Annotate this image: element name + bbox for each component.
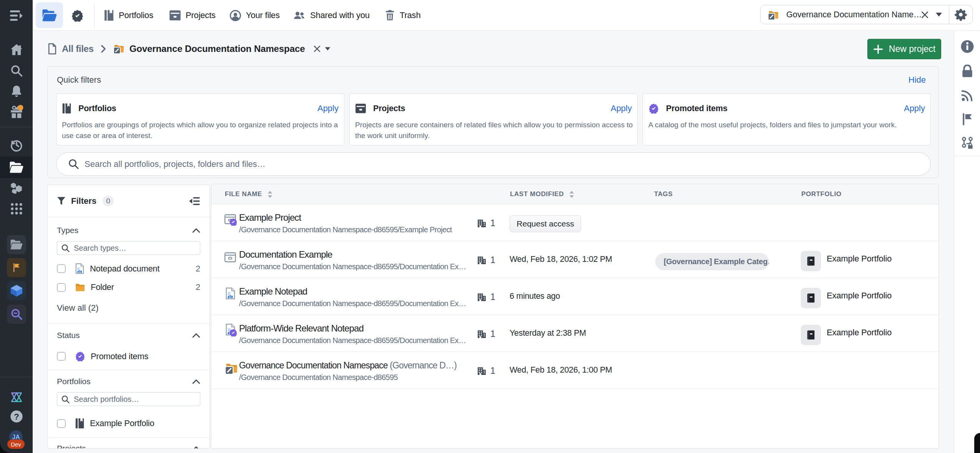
svg-text:?: ? [14, 412, 19, 421]
